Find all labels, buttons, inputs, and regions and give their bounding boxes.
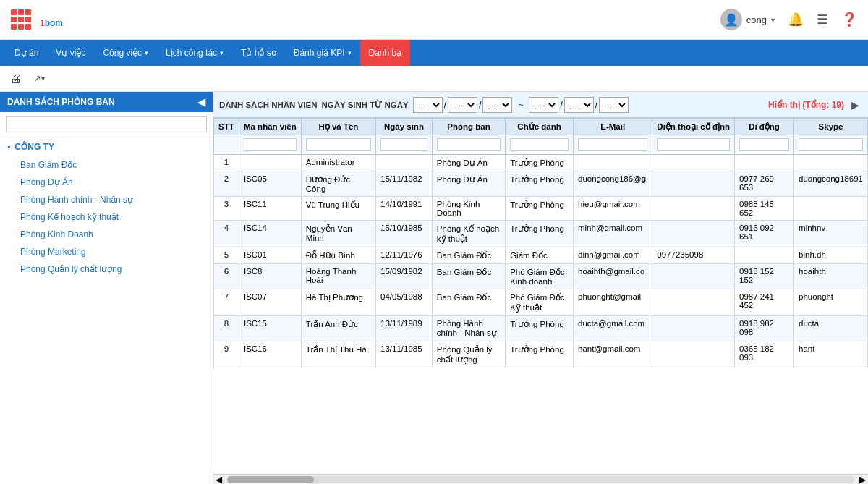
cell-phong-ban: Phòng Quản lý chất lượng [432,341,505,368]
cell-stt: 9 [214,341,239,368]
nav-kpi[interactable]: Đánh giá KPI ▾ [285,40,360,66]
filter-ngay-sinh-input[interactable] [380,138,427,151]
cell-di-dong: 0365 182 093 [734,341,793,368]
cell-ten: Trần Anh Đức [301,316,375,341]
cell-ma: ISC16 [239,341,301,368]
cell-skype [794,197,868,221]
cell-di-dong: 0918 152 152 [734,264,793,289]
filter-ma-input[interactable] [244,138,297,151]
right-panel-header: DANH SÁCH NHÂN VIÊN NGÀY SINH TỪ NGÀY --… [213,92,868,118]
user-menu[interactable]: 👤 cong ▾ [720,9,775,30]
cell-ma: ISC8 [239,264,301,289]
scroll-left-arrow[interactable]: ◀ [213,475,224,485]
slash4: / [595,100,597,110]
help-icon[interactable]: ❓ [841,12,857,27]
print-button[interactable]: 🖨 [6,69,26,88]
user-name: cong [746,14,767,25]
cell-ngay-sinh: 04/05/1988 [376,289,433,316]
scroll-track[interactable] [227,476,854,483]
notification-icon[interactable]: 🔔 [788,12,804,27]
scroll-thumb[interactable] [227,476,314,483]
date-from-year[interactable]: ---- [482,97,512,113]
sidebar-item-chat-luong[interactable]: Phòng Quản lý chất lượng [0,260,213,278]
col-ma: Mã nhân viên [239,119,301,135]
cell-chuc-danh: Trưởng Phòng [506,197,574,221]
cell-ma: ISC07 [239,289,301,316]
cell-email [573,155,652,171]
date-to-year[interactable]: ---- [599,97,629,113]
date-from-day[interactable]: ---- [413,97,443,113]
date-from-month[interactable]: ---- [448,97,477,113]
cell-stt: 4 [214,221,239,247]
user-caret: ▾ [771,16,775,24]
filter-skype [794,135,868,155]
cell-skype [794,155,868,171]
cell-email: hant@gmail.com [573,341,652,368]
filter-ten-input[interactable] [306,138,371,151]
cell-di-dong: 0918 982 098 [734,316,793,341]
sidebar-item-marketing[interactable]: Phòng Marketing [0,243,213,260]
nav-du-an[interactable]: Dự án [6,40,47,66]
nav-danh-ba[interactable]: Danh bạ [360,40,411,66]
left-panel-collapse[interactable]: ◀ [197,96,205,108]
nav-cong-viec[interactable]: Công việc ▾ [94,40,157,66]
cell-ngay-sinh: 13/11/1989 [376,316,433,341]
sidebar-item-phong-du-an[interactable]: Phòng Dự Án [0,174,213,191]
right-panel-expand[interactable]: ▶ [848,99,862,111]
horizontal-scrollbar[interactable]: ◀ ▶ [213,474,868,484]
cell-ngay-sinh: 13/11/1985 [376,341,433,368]
date-to-month[interactable]: ---- [564,97,594,113]
department-search-input[interactable] [6,116,207,132]
date-label: NGÀY SINH TỪ NGÀY [321,100,408,110]
nav-vu-viec[interactable]: Vụ việc [47,40,94,66]
filter-skype-input[interactable] [799,138,863,151]
scroll-right-arrow[interactable]: ▶ [857,475,868,485]
user-avatar: 👤 [720,9,742,30]
left-panel-title: DANH SÁCH PHÒNG BAN [7,97,115,107]
nav-kpi-caret: ▾ [348,49,352,56]
export-button[interactable]: ↗ ▾ [29,70,49,87]
app-grid-icon[interactable] [11,9,31,30]
left-panel-header: DANH SÁCH PHÒNG BAN ◀ [0,92,213,112]
sidebar-item-hanh-chinh[interactable]: Phòng Hành chính - Nhân sự [0,191,213,208]
date-to-day[interactable]: ---- [529,97,558,113]
cell-dt-co-dinh [652,289,735,316]
filter-di-dong-input[interactable] [739,138,789,151]
sidebar-item-ke-hoach[interactable]: Phòng Kế hoạch kỹ thuật [0,208,213,226]
main-content: DANH SÁCH PHÒNG BAN ◀ ▪ CÔNG TY Ban Giám… [0,92,868,484]
topbar-right: 👤 cong ▾ 🔔 ☰ ❓ [720,9,857,30]
cell-ma: ISC15 [239,316,301,341]
filter-ma [239,135,301,155]
filter-chuc-danh-input[interactable] [510,138,569,151]
nav-tu-ho-so[interactable]: Tủ hồ sơ [232,40,285,66]
cell-phong-ban: Phòng Dự Án [432,171,505,197]
table-row: 7 ISC07 Hà Thị Phương 04/05/1988 Ban Giá… [214,289,868,316]
show-label: Hiển thị [768,100,800,110]
sidebar-item-ban-giam-doc[interactable]: Ban Giám Đốc [0,156,213,174]
slash2: / [479,100,481,110]
cell-dt-co-dinh [652,197,735,221]
sidebar-item-kinh-doanh[interactable]: Phòng Kinh Doanh [0,226,213,243]
result-total[interactable]: Hiển thị (Tổng: 19) [768,100,844,110]
toolbar: 🖨 ↗ ▾ [0,66,868,92]
cell-di-dong: 0987 241 452 [734,289,793,316]
nav-lich-cong-tac[interactable]: Lịch công tác ▾ [157,40,232,66]
filter-email-input[interactable] [578,138,647,151]
list-icon[interactable]: ☰ [817,12,828,27]
cell-di-dong [734,247,793,264]
filter-di-dong [734,135,793,155]
cell-stt: 3 [214,197,239,221]
cell-ngay-sinh [376,155,433,171]
cell-ten: Vũ Trung Hiếu [301,197,375,221]
table-row: 3 ISC11 Vũ Trung Hiếu 14/10/1991 Phòng K… [214,197,868,221]
cell-ngay-sinh: 15/11/1982 [376,171,433,197]
tree-root-company[interactable]: ▪ CÔNG TY [0,137,213,156]
cell-email: hoaihth@gmail.co [573,264,652,289]
cell-di-dong: 0977 269 653 [734,171,793,197]
cell-chuc-danh: Phó Giám Đốc Kinh doanh [506,264,574,289]
filter-dt-co-dinh-input[interactable] [657,138,730,151]
filter-phong-ban [432,135,505,155]
cell-dt-co-dinh [652,316,735,341]
filter-phong-ban-input[interactable] [437,138,501,151]
cell-stt: 5 [214,247,239,264]
